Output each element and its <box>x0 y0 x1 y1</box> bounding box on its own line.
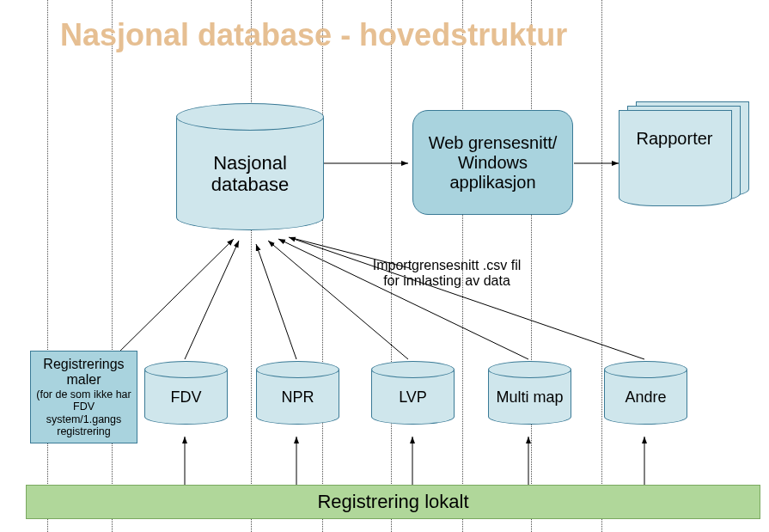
guide-line <box>251 0 252 532</box>
import-annotation: Importgrensesnitt .csv fil for innlastin… <box>365 258 528 290</box>
local-registration-label: Registrering lokalt <box>317 491 468 513</box>
maler-sub: (for de som ikke har FDV system/1.gangs … <box>34 388 133 438</box>
reports-label: Rapporter <box>619 129 730 149</box>
svg-line-4 <box>256 244 296 359</box>
main-database-label: Nasjonal database <box>177 152 323 196</box>
guide-line <box>47 0 48 532</box>
source-label: FDV <box>171 389 202 406</box>
svg-line-3 <box>185 241 239 359</box>
maler-title: Registrerings maler <box>34 357 133 388</box>
source-label: LVP <box>399 389 427 406</box>
source-label: Andre <box>625 389 666 406</box>
svg-line-7 <box>289 237 644 359</box>
guide-line <box>531 0 532 532</box>
source-label: NPR <box>281 389 314 406</box>
guide-line <box>601 0 602 532</box>
local-registration-bar: Registrering lokalt <box>26 485 760 519</box>
svg-line-2 <box>112 239 234 359</box>
guide-line <box>322 0 323 532</box>
source-cylinder-npr: NPR <box>256 361 338 425</box>
web-interface-box: Web grensesnitt/ Windows applikasjon <box>412 110 573 215</box>
svg-line-6 <box>278 239 528 359</box>
source-cylinder-fdv: FDV <box>144 361 226 425</box>
source-label: Multi map <box>496 389 563 406</box>
web-interface-label: Web grensesnitt/ Windows applikasjon <box>413 133 572 193</box>
source-cylinder-andre: Andre <box>604 361 686 425</box>
page-title: Nasjonal database - hovedstruktur <box>60 17 567 53</box>
source-cylinder-lvp: LVP <box>371 361 453 425</box>
maler-box: Registrerings maler (for de som ikke har… <box>30 351 137 443</box>
main-database-cylinder: Nasjonal database <box>176 103 322 230</box>
source-cylinder-multimap: Multi map <box>488 361 570 425</box>
guide-line <box>112 0 113 532</box>
